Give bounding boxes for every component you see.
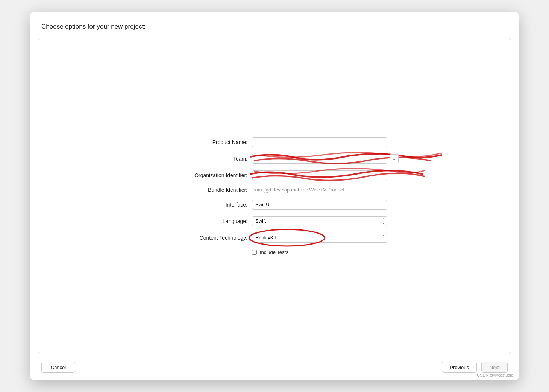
team-dropdown-btn[interactable]: ⌄ (390, 154, 399, 163)
team-row: Team: ⌄ (162, 154, 387, 164)
previous-button[interactable]: Previous (442, 362, 477, 373)
product-name-input[interactable] (252, 137, 387, 147)
content-technology-select-wrapper: RealityKit Metal None (252, 233, 387, 243)
include-tests-checkbox[interactable] (252, 250, 257, 255)
org-identifier-input[interactable] (252, 170, 387, 180)
bundle-identifier-label: Bundle Identifier: (162, 187, 252, 193)
bundle-identifier-value: com.tjgd.develop.mobilez.WiseTV.Product.… (252, 187, 387, 193)
content-technology-row: Content Technology: RealityKit Metal Non… (162, 233, 387, 243)
include-tests-label: Include Tests (260, 249, 288, 255)
content-technology-select[interactable]: RealityKit Metal None (252, 233, 387, 243)
footer-left: Cancel (41, 362, 75, 373)
language-label: Language: (162, 218, 252, 224)
next-button[interactable]: Next (481, 362, 508, 373)
form-container: Product Name: Team: ⌄ (162, 137, 387, 255)
dialog-title: Choose options for your new project: (30, 23, 519, 38)
interface-row: Interface: SwiftUI Storyboard (162, 200, 387, 210)
dialog: Choose options for your new project: Pro… (30, 12, 519, 380)
language-select[interactable]: Swift Objective-C (252, 216, 387, 226)
content-area: Product Name: Team: ⌄ (38, 38, 511, 354)
team-label: Team: (162, 156, 252, 162)
org-identifier-row: Organization Identifier: (162, 170, 387, 180)
interface-select-wrapper: SwiftUI Storyboard (252, 200, 387, 210)
content-technology-label: Content Technology: (162, 235, 252, 241)
org-identifier-label: Organization Identifier: (162, 172, 252, 178)
watermark: CSDN @xyccstudio (477, 373, 513, 377)
interface-select[interactable]: SwiftUI Storyboard (252, 200, 387, 210)
cancel-button[interactable]: Cancel (41, 362, 75, 373)
interface-label: Interface: (162, 202, 252, 208)
footer-right: Previous Next (442, 362, 508, 373)
team-dropdown-icon: ⌄ (393, 156, 396, 161)
product-name-label: Product Name: (162, 139, 252, 145)
bundle-identifier-row: Bundle Identifier: com.tjgd.develop.mobi… (162, 187, 387, 193)
include-tests-row: Include Tests (252, 249, 387, 255)
footer: Cancel Previous Next (30, 354, 519, 380)
language-select-wrapper: Swift Objective-C (252, 216, 387, 226)
language-row: Language: Swift Objective-C (162, 216, 387, 226)
product-name-row: Product Name: (162, 137, 387, 147)
team-input[interactable] (252, 154, 387, 164)
